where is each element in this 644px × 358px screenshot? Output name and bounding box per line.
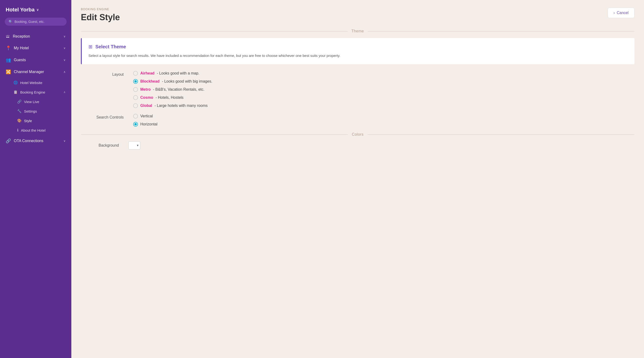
background-label: Background (81, 143, 119, 148)
colors-divider-line-left (81, 135, 348, 135)
colors-section-divider: Colors (81, 132, 634, 137)
sidebar-item-label: Settings (24, 109, 37, 113)
cosmo-radio[interactable] (133, 95, 138, 100)
global-desc: - Large hotels with many rooms (154, 104, 208, 108)
layout-controls: Airhead - Looks good with a map. Blockhe… (133, 71, 630, 108)
sidebar-item-channel-manager[interactable]: 🔀 Channel Manager ∧ (0, 66, 71, 78)
search-control-horizontal[interactable]: Horizontal (133, 122, 630, 127)
layout-option-global[interactable]: Global - Large hotels with many rooms (133, 103, 630, 108)
sidebar-item-label: My Hotel (14, 46, 29, 50)
guests-icon: 👥 (6, 57, 11, 63)
hotel-name: Hotel Yorba (6, 7, 34, 13)
search-controls-controls: Vertical Horizontal (133, 114, 630, 127)
channel-manager-chevron-icon: ∧ (64, 70, 66, 74)
colors-section-label: Colors (352, 132, 364, 137)
channel-manager-icon: 🔀 (6, 69, 11, 75)
booking-engine-icon: 📋 (13, 90, 18, 94)
reception-chevron-icon: ∨ (64, 35, 66, 38)
sidebar-item-guests[interactable]: 👥 Guests ∨ (0, 54, 71, 66)
cancel-label: Cancel (617, 11, 628, 15)
vertical-radio[interactable] (133, 114, 138, 119)
sidebar-item-label: Channel Manager (14, 70, 44, 74)
about-hotel-icon: ℹ (17, 128, 18, 132)
my-hotel-icon: 📍 (6, 46, 11, 51)
cancel-chevron-icon: › (614, 11, 615, 15)
search-input[interactable] (14, 20, 63, 24)
layout-label: Layout (86, 71, 124, 77)
booking-engine-chevron-icon: ∧ (64, 91, 66, 94)
divider-line-right (368, 31, 634, 32)
sidebar-item-my-hotel[interactable]: 📍 My Hotel ∨ (0, 42, 71, 54)
background-color-picker[interactable]: ▼ (128, 141, 140, 150)
ota-icon: 🔗 (6, 138, 11, 144)
cosmo-desc: - Hotels, Hostels (156, 96, 183, 100)
style-icon: 🎨 (17, 119, 22, 123)
sidebar: Hotel Yorba ∨ 🔍 🛎 Reception ∨ 📍 My Hotel… (0, 0, 71, 358)
sidebar-item-reception[interactable]: 🛎 Reception ∨ (0, 31, 71, 42)
metro-label: Metro (140, 87, 151, 92)
search-controls-row: Search Controls Vertical Horizontal (86, 114, 630, 127)
theme-section-divider: Theme (81, 29, 634, 33)
blockhead-label: Blockhead (140, 79, 160, 84)
sidebar-item-style[interactable]: 🎨 Style (0, 116, 71, 125)
global-radio[interactable] (133, 103, 138, 108)
background-color-row: Background ▼ (81, 141, 634, 150)
ota-chevron-icon: ∨ (64, 139, 66, 143)
cosmo-label: Cosmo (140, 96, 153, 100)
sidebar-item-label: OTA Connections (14, 139, 43, 143)
sidebar-item-label: Booking Engine (20, 90, 45, 94)
page-title: Edit Style (81, 12, 634, 22)
sidebar-item-label: About the Hotel (21, 128, 46, 132)
sidebar-item-label: View Live (24, 100, 39, 104)
sidebar-item-label: Reception (13, 34, 30, 39)
hotel-name-header[interactable]: Hotel Yorba ∨ (0, 0, 71, 18)
search-control-vertical[interactable]: Vertical (133, 114, 630, 119)
theme-card: ⊞ Select Theme Select a layout style for… (81, 38, 634, 64)
layout-option-cosmo[interactable]: Cosmo - Hotels, Hostels (133, 95, 630, 100)
cancel-button[interactable]: › Cancel (608, 8, 634, 18)
layout-option-blockhead[interactable]: Blockhead - Looks good with big images. (133, 79, 630, 84)
hotel-chevron-icon: ∨ (36, 8, 39, 12)
form-section: Layout Airhead - Looks good with a map. … (81, 71, 634, 127)
airhead-label: Airhead (140, 71, 154, 76)
main-content: › Cancel BOOKING ENGINE Edit Style Theme… (71, 0, 644, 358)
blockhead-radio[interactable] (133, 79, 138, 84)
search-icon: 🔍 (8, 20, 12, 24)
airhead-radio[interactable] (133, 71, 138, 76)
metro-desc: - B&B's, Vacation Rentals, etc. (153, 87, 204, 92)
theme-card-header: ⊞ Select Theme (88, 44, 628, 50)
search-controls-label: Search Controls (86, 114, 124, 120)
sidebar-item-booking-engine[interactable]: 📋 Booking Engine ∧ (0, 87, 71, 97)
sidebar-item-ota-connections[interactable]: 🔗 OTA Connections ∨ (0, 135, 71, 147)
layout-option-airhead[interactable]: Airhead - Looks good with a map. (133, 71, 630, 76)
view-live-icon: 🔗 (17, 100, 22, 104)
layout-row: Layout Airhead - Looks good with a map. … (86, 71, 630, 108)
theme-section-label: Theme (352, 29, 364, 33)
theme-card-title: Select Theme (95, 44, 126, 50)
theme-card-description: Select a layout style for search results… (88, 53, 628, 59)
breadcrumb: BOOKING ENGINE (81, 8, 634, 11)
metro-radio[interactable] (133, 87, 138, 92)
divider-line-left (81, 31, 348, 32)
colors-divider-line-right (368, 135, 634, 135)
layout-option-metro[interactable]: Metro - B&B's, Vacation Rentals, etc. (133, 87, 630, 92)
sidebar-item-hotel-website[interactable]: 🌐 Hotel Website (0, 78, 71, 87)
sidebar-item-settings[interactable]: 🔧 Settings (0, 106, 71, 116)
airhead-desc: - Looks good with a map. (157, 71, 200, 76)
blockhead-desc: - Looks good with big images. (162, 79, 212, 84)
sidebar-item-about-hotel[interactable]: ℹ About the Hotel (0, 125, 71, 135)
horizontal-label: Horizontal (140, 122, 158, 126)
vertical-label: Vertical (140, 114, 153, 118)
hotel-website-icon: 🌐 (13, 81, 18, 85)
horizontal-radio[interactable] (133, 122, 138, 127)
reception-icon: 🛎 (6, 34, 10, 39)
my-hotel-chevron-icon: ∨ (64, 47, 66, 50)
grid-icon: ⊞ (88, 44, 92, 50)
global-label: Global (140, 104, 152, 108)
dropdown-arrow-icon: ▼ (136, 144, 139, 147)
sidebar-item-view-live[interactable]: 🔗 View Live (0, 97, 71, 106)
sidebar-item-label: Style (24, 119, 32, 123)
guests-chevron-icon: ∨ (64, 58, 66, 62)
search-bar[interactable]: 🔍 (5, 18, 66, 26)
sidebar-item-label: Guests (14, 58, 26, 62)
